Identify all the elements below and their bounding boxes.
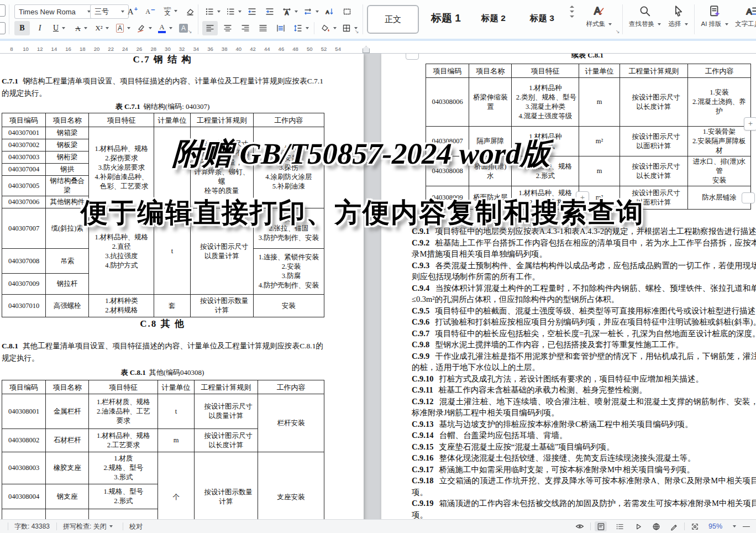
- distribute-button[interactable]: [273, 21, 288, 35]
- code-cell: 040307010: [2, 295, 46, 317]
- table-corner-button[interactable]: [742, 192, 755, 203]
- ruler-number: 38: [217, 46, 232, 52]
- header-cell: 工程量计算规则: [190, 113, 253, 127]
- shading-button[interactable]: [318, 21, 339, 35]
- unit-cell: 套: [154, 295, 190, 317]
- header-cell: 项目特征: [89, 113, 154, 127]
- page-right: 续表 C.8.1 项目编码项目名称项目特征计量单位工程量计算规则工作内容 040…: [381, 53, 756, 520]
- zoom-level[interactable]: 95%: [708, 520, 722, 533]
- table-handle-button[interactable]: [406, 53, 419, 60]
- horizontal-ruler[interactable]: 8101214161820222426283032343638404244464…: [0, 41, 756, 54]
- feature-cell: 1.材质: [89, 509, 158, 520]
- italic-button[interactable]: I: [32, 21, 48, 35]
- character-scale-button[interactable]: A: [280, 4, 301, 19]
- web-view-button[interactable]: [650, 521, 662, 531]
- ruler-number: 22: [104, 46, 118, 52]
- svg-text:A: A: [594, 6, 601, 17]
- outline-view-button[interactable]: [613, 521, 626, 531]
- line-spacing-button[interactable]: [291, 21, 312, 35]
- feature-cell: 1.材料品种、规格 2.工艺要求: [89, 429, 158, 452]
- page-view-button[interactable]: [595, 521, 607, 531]
- styles-scroll-down[interactable]: [570, 11, 574, 13]
- text-direction-button[interactable]: [301, 4, 322, 19]
- font-name-select[interactable]: Times New Roma: [14, 4, 95, 19]
- select-button[interactable]: 选择: [665, 4, 691, 28]
- increase-font-button[interactable]: A+: [125, 4, 140, 19]
- sort-button[interactable]: A: [322, 4, 337, 19]
- note-item: C.9.5项目特征中的桩截面、混凝土强度等级、桩类型等可直接用标准图代号或设计桩…: [412, 305, 756, 317]
- code-cell: 040307008: [2, 249, 46, 274]
- caption-table-c81-continued: 续表 C.8.1: [532, 53, 643, 60]
- styles-scroll-up[interactable]: [570, 6, 574, 8]
- spell-check-status[interactable]: 拼写检查: 关闭: [63, 520, 113, 533]
- ruler-number: 48: [288, 46, 303, 52]
- strikethrough-button[interactable]: A: [71, 21, 92, 35]
- feature-cell: 1.材料品种 2.类别、规格、型号 3.混凝土种类 4.混凝土强度等级: [512, 78, 579, 127]
- decrease-indent-icon: [248, 7, 256, 16]
- highlight-button[interactable]: [134, 21, 155, 35]
- clear-format-button[interactable]: [182, 4, 198, 19]
- header-cell: 工作内容: [687, 64, 750, 78]
- justify-button[interactable]: [255, 21, 271, 35]
- unit-cell: 个: [158, 452, 194, 520]
- text-tool-button[interactable]: A 文字工具: [735, 4, 756, 28]
- read-mode-button[interactable]: [632, 521, 644, 531]
- borders-icon: [342, 24, 351, 33]
- ai-layout-button[interactable]: AI 排版: [699, 4, 731, 28]
- watermark-line2: 便于编辑直接打印、方便内容复制和搜索查询: [81, 195, 644, 231]
- note-item: C.9.14台帽、台盖梁均应包括耳墙、背墙。: [412, 430, 756, 441]
- bold-button[interactable]: B: [14, 21, 30, 35]
- style-heading1[interactable]: 标题 1: [424, 5, 468, 32]
- caption-table-c81: 表 C.8.1其他(编码040308): [2, 368, 323, 378]
- style-heading3[interactable]: 标题 3: [523, 5, 561, 32]
- character-border-button[interactable]: A: [113, 21, 134, 35]
- edit-mode-button[interactable]: [668, 521, 680, 531]
- superscript-button[interactable]: X²: [92, 21, 113, 35]
- unit-cell: m²: [579, 127, 620, 156]
- style-set-button[interactable]: A 样式集: [581, 4, 617, 28]
- align-left-button[interactable]: [202, 21, 218, 35]
- feature-cell: 1.规格、型号 2.形式: [89, 484, 158, 509]
- underline-button[interactable]: U: [49, 21, 70, 35]
- font-color-button[interactable]: A: [155, 21, 176, 35]
- eye-protect-button[interactable]: [574, 521, 586, 531]
- paragraph-c81: C.8.1其他工程量清单项目设置、项目特征描述的内容、计量单位及工程量计算规则应…: [2, 340, 323, 364]
- zoom-dropdown[interactable]: [729, 520, 736, 533]
- style-normal[interactable]: 正文: [367, 5, 419, 34]
- ruler-number: 26: [132, 46, 146, 52]
- decrease-font-button[interactable]: A−: [143, 4, 158, 19]
- ruler-number: 10: [19, 46, 33, 52]
- rule-cell: 按设计图示尺寸 以面积计算: [620, 127, 687, 156]
- note-item: C.9.19箱涵顶进的工作内容未包括被交线路的加固及防护，若需发生可按本标准附录…: [412, 498, 756, 520]
- font-size-value: 三号: [95, 7, 118, 17]
- pinyin-guide-button[interactable]: wén文: [160, 4, 181, 18]
- align-right-button[interactable]: [238, 21, 253, 35]
- font-size-select[interactable]: 三号: [90, 4, 129, 19]
- find-replace-button[interactable]: 查找替换: [628, 4, 662, 28]
- fullscreen-button[interactable]: [689, 521, 701, 531]
- paragraph-dialog-launcher[interactable]: ↘: [355, 29, 359, 34]
- decrease-indent-button[interactable]: [244, 4, 260, 19]
- bullet-list-button[interactable]: [202, 4, 223, 19]
- increase-indent-button[interactable]: [262, 4, 277, 19]
- work-cell: 支座安装: [258, 452, 324, 520]
- code-cell: 040307006: [2, 196, 46, 208]
- proofread-button[interactable]: 校对: [129, 520, 143, 533]
- numbered-list-button[interactable]: [223, 4, 244, 19]
- ruler-number: 34: [189, 46, 203, 52]
- font-dialog-launcher[interactable]: ↘: [188, 29, 192, 34]
- note-item: C.9.16整体化现浇混凝土包括铰缝、湿接缝、先简支后连续现浇接头混凝土等。: [412, 452, 756, 464]
- styles-gallery-more[interactable]: [570, 15, 574, 18]
- styles-dialog-launcher[interactable]: ↘: [616, 29, 620, 34]
- table-add-column-button[interactable]: +: [744, 117, 756, 130]
- word-count[interactable]: 字数: 43383: [14, 520, 50, 533]
- indent-marker[interactable]: [363, 46, 370, 53]
- watermark-line1: 附赠 GB/T50857-2024 word版: [172, 134, 552, 174]
- ruler-number: 32: [175, 46, 189, 52]
- style-heading2[interactable]: 标题 2: [474, 5, 513, 32]
- text-frame-button[interactable]: [339, 4, 355, 19]
- note-item: C.9.8型钢水泥土搅拌墙的工作内容，已包括搭接及套打等重复性施工工作。: [412, 339, 756, 351]
- ruler-number: 40: [232, 46, 246, 52]
- align-center-button[interactable]: [220, 21, 235, 35]
- zoom-out-button[interactable]: [743, 520, 750, 533]
